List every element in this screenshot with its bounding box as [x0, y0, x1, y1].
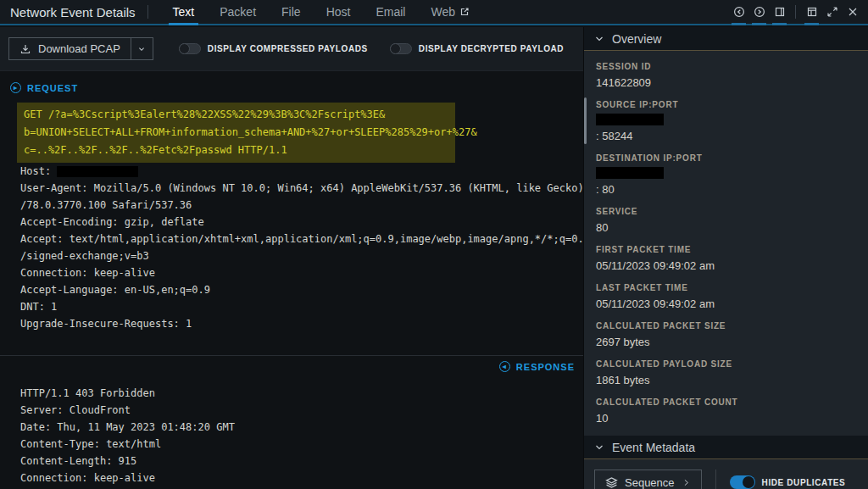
expand-icon	[826, 6, 838, 18]
tab-label: File	[281, 5, 301, 19]
close-button[interactable]	[843, 0, 861, 24]
toolbar-divider	[715, 470, 716, 489]
previous-event-icon	[733, 6, 745, 18]
http-request-line: b=UNION+SELECT+ALL+FROM+information_sche…	[24, 124, 448, 142]
overview-title: Overview	[612, 32, 661, 46]
decrypted-payload-toggle[interactable]: DISPLAY DECRYPTED PAYLOAD	[390, 43, 564, 54]
field-value: : 80	[596, 182, 856, 197]
tab-email[interactable]: Email	[363, 0, 418, 24]
hide-duplicates-toggle[interactable]: HIDE DUPLICATES	[730, 475, 846, 489]
tab-label: Web	[431, 5, 455, 19]
chevron-down-icon	[594, 34, 604, 44]
layers-icon	[605, 476, 618, 489]
toggle-knob	[390, 43, 401, 54]
chevron-down-icon	[136, 44, 147, 54]
sequence-button[interactable]: Sequence	[594, 470, 702, 489]
external-link-icon	[459, 7, 470, 17]
field-label: DESTINATION IP:PORT	[596, 153, 856, 163]
request-direction-icon: ▸	[10, 82, 21, 93]
http-request-line: Accept-Language: en-US,en;q=0.9	[20, 281, 583, 298]
http-request-line: Accept: text/html,application/xhtml+xml,…	[20, 231, 583, 247]
controls-divider	[795, 5, 796, 19]
field-label: SESSION ID	[596, 62, 856, 71]
field-value: : 58244	[596, 129, 856, 144]
http-request-line: Connection: keep-alive	[20, 264, 583, 281]
event-window-icon	[806, 6, 818, 18]
field-value: 1861 bytes	[596, 373, 856, 388]
download-pcap-main[interactable]: Download PCAP	[9, 38, 131, 59]
response-section-label: ◂ RESPONSE	[499, 361, 575, 372]
overview-field: FIRST PACKET TIME05/11/2023 09:49:02 am	[596, 245, 856, 274]
field-label: CALCULATED PACKET COUNT	[596, 397, 856, 407]
toggle-knob	[743, 476, 754, 488]
field-value: 10	[596, 411, 856, 426]
field-label: CALCULATED PAYLOAD SIZE	[596, 359, 856, 369]
http-response-line: Date: Thu, 11 May 2023 01:48:20 GMT	[20, 419, 583, 436]
tab-web[interactable]: Web	[418, 0, 482, 24]
http-request-line: User-Agent: Mozilla/5.0 (Windows NT 10.0…	[20, 180, 583, 197]
field-label: SOURCE IP:PORT	[596, 100, 856, 109]
toggle-pill[interactable]	[730, 475, 755, 489]
event-content-panel: Download PCAP DISPLAY COMPRESSED PAYLOAD…	[0, 27, 583, 489]
field-label: SERVICE	[596, 207, 856, 216]
side-panel-button[interactable]	[771, 0, 788, 24]
tab-label: Text	[173, 5, 195, 19]
download-pcap-label: Download PCAP	[38, 42, 120, 55]
redacted-host-value	[57, 166, 138, 177]
header: Network Event Details Text Packet File H…	[0, 0, 868, 25]
compressed-payloads-toggle[interactable]: DISPLAY COMPRESSED PAYLOADS	[179, 43, 368, 54]
http-request-line: GET /?a=%3Cscript%3Ealert%28%22XSS%22%29…	[24, 106, 448, 124]
event-window-button[interactable]	[803, 0, 821, 24]
overview-field: CALCULATED PACKET COUNT10	[596, 397, 856, 426]
request-section-label: ▸ REQUEST	[0, 71, 583, 93]
tab-host[interactable]: Host	[314, 0, 364, 24]
field-value: 2697 bytes	[596, 335, 856, 350]
field-label: CALCULATED PACKET SIZE	[596, 321, 856, 331]
expand-button[interactable]	[823, 0, 841, 24]
tab-label: Host	[326, 5, 351, 19]
event-metadata-panel-header[interactable]: Event Metadata	[584, 436, 868, 459]
http-request-line: /78.0.3770.100 Safari/537.36	[20, 197, 583, 214]
event-metadata-title: Event Metadata	[612, 441, 695, 454]
http-response-line: Content-Type: text/html	[20, 436, 583, 453]
chevron-right-icon	[682, 478, 691, 487]
download-pcap-dropdown[interactable]	[131, 38, 153, 59]
tab-file[interactable]: File	[269, 0, 314, 24]
next-event-icon	[754, 6, 765, 18]
field-value: 05/11/2023 09:49:02 am	[596, 258, 856, 274]
sequence-label: Sequence	[625, 476, 675, 489]
http-response-line: Connection: keep-alive	[20, 470, 583, 486]
overview-field: LAST PACKET TIME05/11/2023 09:49:02 am	[596, 283, 856, 312]
overview-field: SERVICE80	[596, 207, 856, 236]
http-request-line: DNT: 1	[20, 298, 583, 315]
overview-panel-header[interactable]: Overview	[584, 27, 868, 51]
toggle-pill[interactable]	[390, 43, 412, 54]
sidebar-scrollbar-thumb[interactable]	[584, 97, 587, 144]
content-toolbar: Download PCAP DISPLAY COMPRESSED PAYLOAD…	[0, 27, 583, 71]
overview-fields: SESSION ID141622809SOURCE IP:PORT: 58244…	[584, 51, 868, 426]
http-request-line: Accept-Encoding: gzip, deflate	[20, 214, 583, 231]
overview-field: SESSION ID141622809	[596, 62, 856, 91]
redacted-value	[596, 167, 664, 179]
toggle-knob	[179, 43, 190, 54]
metadata-toolbar: Sequence HIDE DUPLICATES	[584, 459, 868, 489]
highlighted-request-payload: GET /?a=%3Cscript%3Ealert%28%22XSS%22%29…	[17, 103, 455, 163]
overview-field: CALCULATED PAYLOAD SIZE1861 bytes	[596, 359, 856, 388]
download-pcap-button[interactable]: Download PCAP	[8, 37, 153, 60]
http-request-line: c=..%2F..%2F..%2F..%2Fetc%2Fpasswd HTTP/…	[24, 142, 448, 159]
field-value: 141622809	[596, 75, 856, 91]
field-label: LAST PACKET TIME	[596, 283, 856, 292]
next-event-button[interactable]	[750, 0, 768, 24]
toggle-pill[interactable]	[179, 43, 201, 54]
http-request-line: /signed-exchange;v=b3	[20, 247, 583, 264]
field-value: 05/11/2023 09:49:02 am	[596, 297, 856, 312]
page-title: Network Event Details	[0, 5, 147, 19]
tab-bar: Text Packet File Host Email Web	[160, 0, 482, 24]
http-response-line: HTTP/1.1 403 Forbidden	[20, 385, 583, 402]
toggle-label: DISPLAY COMPRESSED PAYLOADS	[208, 44, 368, 53]
tab-text[interactable]: Text	[160, 0, 208, 24]
previous-event-button[interactable]	[730, 0, 748, 24]
tab-packet[interactable]: Packet	[207, 0, 269, 24]
response-section-header: ◂ RESPONSE	[0, 355, 583, 377]
tab-label: Packet	[220, 5, 256, 19]
